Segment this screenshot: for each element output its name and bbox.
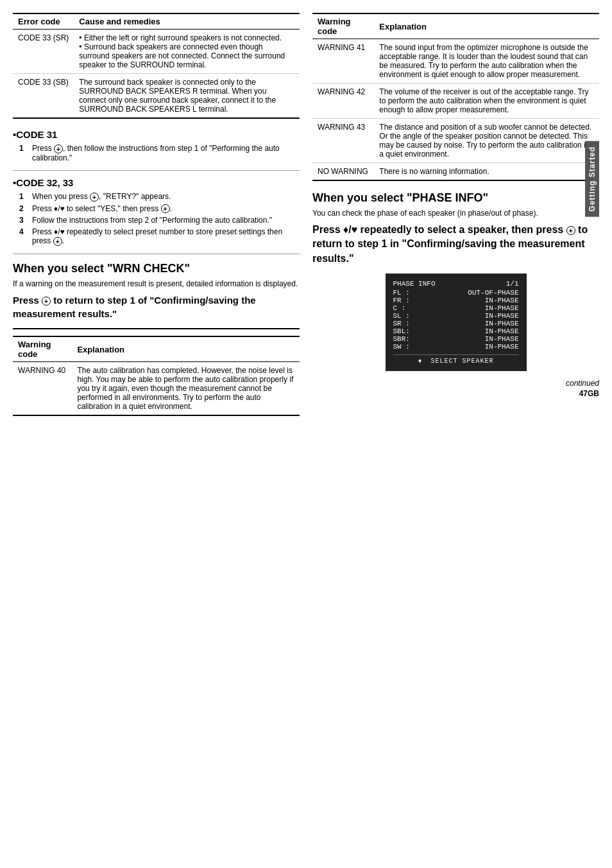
step-number: 2 (19, 204, 28, 214)
continued-label: continued (312, 379, 599, 388)
phase-heading: When you select "PHASE INFO" (312, 191, 599, 205)
phase-value-sbr: IN-PHASE (485, 335, 519, 343)
error-col-header: Error code (13, 13, 74, 30)
phase-label-sr: SR : (393, 320, 425, 327)
step-text: Press ♦/♥ repeatedly to select preset nu… (32, 227, 300, 246)
warning-code-41: WARNING 41 (312, 39, 374, 83)
page-number: 47GB (312, 389, 599, 398)
table-row: WARNING 40 The auto calibration has comp… (13, 362, 300, 416)
table-row: WARNING 41 The sound input from the opti… (312, 39, 599, 83)
cause-col-header: Cause and remedies (74, 13, 300, 30)
circle-plus-icon: + (42, 297, 51, 306)
phase-label-sl: SL : (393, 312, 425, 320)
phase-value-fr: IN-PHASE (485, 297, 519, 304)
phase-subtext: You can check the phase of each speaker … (312, 209, 599, 218)
divider (13, 170, 300, 171)
error-table: Error code Cause and remedies CODE 33 (S… (13, 13, 300, 119)
phase-row-sbr: SBR: IN-PHASE (393, 335, 519, 343)
warning-code-43: WARNING 43 (312, 119, 374, 163)
warning-table-right: Warning code Explanation WARNING 41 The … (312, 13, 599, 181)
phase-label-sbl: SBL: (393, 327, 425, 335)
phase-display-screen: PHASE INFO 1/1 FL : OUT-OF-PHASE FR : IN… (386, 273, 527, 371)
warning-code-42: WARNING 42 (312, 83, 374, 119)
warning-41-explanation: The sound input from the optimizer micro… (374, 39, 599, 83)
explanation-header: Explanation (72, 336, 300, 362)
warning-code-header: Warning code (312, 13, 374, 39)
step-number: 1 (19, 192, 28, 202)
phase-value-sr: IN-PHASE (485, 320, 519, 327)
code31-title: •CODE 31 (13, 129, 300, 140)
warning-43-explanation: The distance and position of a sub woofe… (374, 119, 599, 163)
phase-value-sw: IN-PHASE (485, 343, 519, 351)
phase-label-sbr: SBR: (393, 335, 425, 343)
phase-row-fr: FR : IN-PHASE (393, 297, 519, 304)
code31-section: •CODE 31 1 Press +, then follow the inst… (13, 129, 300, 162)
code3233-section: •CODE 32, 33 1 When you press +, "RETRY?… (13, 177, 300, 246)
phase-label-fr: FR : (393, 297, 425, 304)
phase-label-sw: SW : (393, 343, 425, 351)
phase-value-fl: OUT-OF-PHASE (468, 289, 518, 297)
step-text: Follow the instructions from step 2 of "… (32, 216, 272, 225)
circle-plus-icon: + (161, 204, 170, 213)
code31-step1: 1 Press +, then follow the instructions … (19, 144, 300, 162)
code3233-step2: 2 Press ♦/♥ to select "YES," then press … (19, 204, 300, 214)
phase-row-c: C : IN-PHASE (393, 304, 519, 312)
left-column: Error code Cause and remedies CODE 33 (S… (13, 13, 300, 426)
code3233-step3: 3 Follow the instructions from step 2 of… (19, 216, 300, 225)
table-row: WARNING 43 The distance and position of … (312, 119, 599, 163)
phase-value-sl: IN-PHASE (485, 312, 519, 320)
phase-row-sr: SR : IN-PHASE (393, 320, 519, 327)
circle-plus-icon: + (90, 193, 99, 202)
code3233-step1: 1 When you press +, "RETRY?" appears. (19, 192, 300, 202)
step-text: Press +, then follow the instructions fr… (32, 144, 300, 162)
phase-value-sbl: IN-PHASE (485, 327, 519, 335)
no-warning-explanation: There is no warning information. (374, 163, 599, 181)
phase-footer-text: SELECT SPEAKER (431, 358, 494, 365)
divider (13, 328, 300, 329)
wrn-section: When you select "WRN CHECK" If a warning… (13, 262, 300, 320)
phase-footer: ♦ SELECT SPEAKER (393, 354, 519, 365)
phase-display-page: 1/1 (506, 280, 519, 288)
circle-plus-icon: + (53, 237, 62, 246)
wrn-heading: When you select "WRN CHECK" (13, 262, 300, 275)
error-code-sb: CODE 33 (SB) (13, 74, 74, 119)
table-row: NO WARNING There is no warning informati… (312, 163, 599, 181)
phase-display-title: PHASE INFO (393, 280, 436, 288)
step-number: 4 (19, 227, 28, 246)
phase-row-sw: SW : IN-PHASE (393, 343, 519, 351)
circle-plus-icon: + (566, 226, 575, 235)
phase-section: When you select "PHASE INFO" You can che… (312, 191, 599, 371)
warning-40-explanation: The auto calibration has completed. Howe… (72, 362, 300, 416)
phase-value-c: IN-PHASE (485, 304, 519, 312)
wrn-subtext: If a warning on the measurement result i… (13, 279, 300, 288)
warning-42-explanation: The volume of the receiver is out of the… (374, 83, 599, 119)
explanation-header: Explanation (374, 13, 599, 39)
step-text: Press ♦/♥ to select "YES," then press +. (32, 204, 172, 214)
phase-row-sl: SL : IN-PHASE (393, 312, 519, 320)
step-number: 3 (19, 216, 28, 225)
table-row: WARNING 42 The volume of the receiver is… (312, 83, 599, 119)
table-row: CODE 33 (SR) • Either the left or right … (13, 30, 300, 74)
table-row: CODE 33 (SB) The surround back speaker i… (13, 74, 300, 119)
getting-started-tab: Getting Started (585, 141, 599, 217)
error-code-sr: CODE 33 (SR) (13, 30, 74, 74)
step-text: When you press +, "RETRY?" appears. (32, 192, 171, 202)
divider (13, 254, 300, 254)
phase-label-c: C : (393, 304, 425, 312)
phase-row-fl: FL : OUT-OF-PHASE (393, 289, 519, 297)
step-number: 1 (19, 144, 28, 162)
phase-label-fl: FL : (393, 289, 425, 297)
wrn-press-instruction: Press + to return to step 1 of "Confirmi… (13, 293, 300, 320)
no-warning-code: NO WARNING (312, 163, 374, 181)
error-cause-sb: The surround back speaker is connected o… (74, 74, 300, 119)
error-cause-sr: • Either the left or right surround spea… (74, 30, 300, 74)
code3233-step4: 4 Press ♦/♥ repeatedly to select preset … (19, 227, 300, 246)
circle-plus-icon: + (54, 144, 63, 153)
right-column: Warning code Explanation WARNING 41 The … (312, 13, 599, 426)
warning-code-header: Warning code (13, 336, 72, 362)
phase-footer-arrow: ♦ (418, 358, 422, 365)
phase-row-sbl: SBL: IN-PHASE (393, 327, 519, 335)
code3233-title: •CODE 32, 33 (13, 177, 300, 188)
warning-table-left: Warning code Explanation WARNING 40 The … (13, 336, 300, 416)
phase-press-instruction: Press ♦/♥ repeatedly to select a speaker… (312, 223, 599, 266)
